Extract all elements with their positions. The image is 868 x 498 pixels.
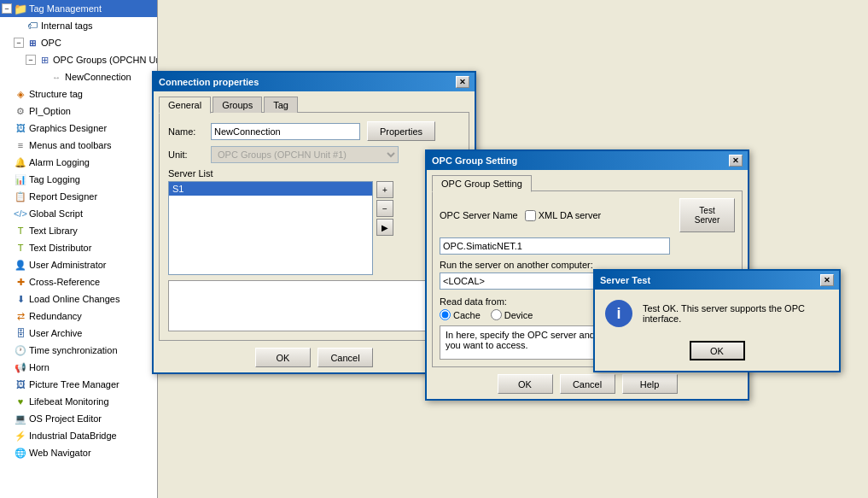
opc-dialog-title: OPC Group Setting [432, 155, 517, 166]
server-list-item-s1[interactable]: S1 [169, 182, 372, 196]
sidebar-item-user-archive[interactable]: 🗄 User Archive [0, 325, 157, 342]
expand-opc[interactable]: − [14, 38, 24, 48]
sidebar-item-web-navigator[interactable]: 🌐 Web Navigator [0, 444, 157, 461]
tab-opc-group-setting[interactable]: OPC Group Setting [432, 175, 532, 192]
expand-opc-groups[interactable]: − [26, 55, 36, 65]
server-name-input[interactable] [440, 237, 670, 255]
connection-icon: ↔ [50, 70, 63, 84]
connection-dialog-title: Connection properties [159, 77, 259, 87]
industrial-icon: ⚡ [14, 429, 27, 442]
unit-select[interactable]: OPC Groups (OPCHN Unit #1) [211, 146, 399, 163]
spacer6 [2, 138, 12, 152]
cache-radio[interactable] [440, 309, 451, 320]
test-server-button[interactable]: Test Server [679, 198, 735, 232]
server-name-header-row: OPC Server Name XML DA server Test Serve… [440, 198, 735, 232]
spacer7 [2, 155, 12, 169]
sidebar-item-time-synchronization[interactable]: 🕐 Time synchronization [0, 342, 157, 359]
lifebeat-icon: ♥ [14, 395, 27, 408]
sidebar-item-opc[interactable]: − ⊞ OPC [0, 34, 157, 51]
sidebar-item-global-script[interactable]: </> Global Script [0, 205, 157, 222]
sidebar-item-os-project-editor[interactable]: 💻 OS Project Editor [0, 410, 157, 427]
device-radio[interactable] [491, 309, 502, 320]
folder-icon: 📁 [14, 2, 27, 15]
graphics-icon: 🖼 [14, 121, 27, 135]
sidebar-item-redundancy[interactable]: ⇄ Redundancy [0, 308, 157, 325]
spacer5 [2, 121, 12, 135]
sidebar-item-pi-option[interactable]: ⚙ PI_Option [0, 103, 157, 120]
sidebar-item-load-online-changes[interactable]: ⬇ Load Online Changes [0, 290, 157, 308]
tab-general[interactable]: General [159, 97, 211, 114]
name-input[interactable] [211, 123, 360, 140]
sidebar-item-industrial-databridge[interactable]: ⚡ Industrial DataBridge [0, 427, 157, 444]
spacer3 [2, 87, 12, 101]
connection-tab-content: Name: Properties Unit: OPC Groups (OPCHN… [159, 112, 469, 341]
spacer18 [2, 343, 12, 357]
spacer20 [2, 378, 12, 391]
server-list-buttons: + − ▶ [376, 181, 393, 237]
sidebar-item-horn[interactable]: 📢 Horn [0, 359, 157, 376]
server-test-titlebar: Server Test ✕ [595, 271, 839, 290]
sidebar-item-structure-tag[interactable]: ◈ Structure tag [0, 85, 157, 103]
spacer21 [2, 395, 12, 408]
xml-da-checkbox[interactable] [525, 210, 536, 221]
spacer9 [2, 190, 12, 203]
alarm-icon: 🔔 [14, 155, 27, 169]
server-list-add-btn[interactable]: + [376, 181, 393, 198]
cache-radio-label[interactable]: Cache [440, 309, 481, 320]
server-test-message-row: i Test OK. This server supports the OPC … [605, 300, 829, 327]
sidebar-item-graphics-designer[interactable]: 🖼 Graphics Designer [0, 120, 157, 137]
spacer13 [2, 258, 12, 272]
sidebar-item-tag-logging[interactable]: 📊 Tag Logging [0, 171, 157, 188]
properties-button[interactable]: Properties [367, 121, 435, 141]
expand-tag-management[interactable]: − [2, 3, 12, 14]
xml-da-checkbox-label[interactable]: XML DA server [525, 210, 602, 221]
server-test-dialog: Server Test ✕ i Test OK. This server sup… [593, 269, 841, 372]
server-test-title: Server Test [600, 275, 650, 285]
sidebar-item-text-library[interactable]: T Text Library [0, 222, 157, 239]
web-icon: 🌐 [14, 446, 27, 460]
sidebar-item-internal-tags[interactable]: 🏷 Internal tags [0, 17, 157, 34]
sidebar-item-user-administrator[interactable]: 👤 User Administrator [0, 256, 157, 273]
spacer12 [2, 241, 12, 255]
server-list[interactable]: S1 [168, 181, 373, 275]
server-list-remove-btn[interactable]: − [376, 200, 393, 217]
tab-tag[interactable]: Tag [264, 97, 298, 113]
opc-help-button[interactable]: Help [622, 374, 678, 394]
device-radio-label[interactable]: Device [491, 309, 533, 320]
opc-ok-button[interactable]: OK [498, 374, 553, 394]
sidebar-item-tag-management[interactable]: − 📁 Tag Management [0, 0, 157, 17]
spacer24 [2, 446, 12, 460]
report-icon: 📋 [14, 190, 27, 203]
sidebar-item-report-designer[interactable]: 📋 Report Designer [0, 188, 157, 205]
archive-icon: 🗄 [14, 326, 27, 340]
spacer19 [2, 360, 12, 374]
connection-ok-button[interactable]: OK [255, 348, 311, 367]
server-test-close[interactable]: ✕ [820, 274, 834, 286]
sidebar-item-opc-groups[interactable]: − ⊞ OPC Groups (OPCHN Unit #1) [0, 51, 157, 68]
sidebar-item-new-connection[interactable]: ↔ NewConnection [0, 68, 157, 85]
name-label: Name: [168, 126, 211, 137]
sidebar-item-text-distributor[interactable]: T Text Distributor [0, 239, 157, 256]
log-icon: 📊 [14, 173, 27, 186]
server-list-arrow-btn[interactable]: ▶ [376, 219, 393, 236]
spacer16 [2, 309, 12, 323]
sidebar-item-menus-toolbars[interactable]: ≡ Menus and toolbars [0, 137, 157, 154]
sidebar-item-cross-reference[interactable]: ✚ Cross-Reference [0, 273, 157, 290]
info-circle-icon: i [605, 300, 632, 327]
tab-groups[interactable]: Groups [213, 97, 262, 113]
server-test-buttons: OK [605, 341, 829, 360]
server-list-label: Server List [168, 168, 460, 179]
sidebar-item-alarm-logging[interactable]: 🔔 Alarm Logging [0, 154, 157, 171]
server-name-label: OPC Server Name [440, 210, 518, 220]
structure-icon: ◈ [14, 87, 27, 101]
spacer10 [2, 207, 12, 220]
cross-icon: ✚ [14, 275, 27, 289]
sidebar-item-picture-tree-manager[interactable]: 🖼 Picture Tree Manager [0, 376, 157, 393]
server-test-ok-button[interactable]: OK [690, 341, 745, 360]
connection-dialog-close[interactable]: ✕ [456, 76, 469, 88]
connection-cancel-button[interactable]: Cancel [317, 348, 373, 367]
opc-dialog-close[interactable]: ✕ [729, 155, 743, 167]
sidebar-item-lifebeat-monitoring[interactable]: ♥ Lifebeat Monitoring [0, 393, 157, 410]
opc-cancel-button[interactable]: Cancel [560, 374, 615, 394]
server-name-input-row [440, 237, 735, 255]
